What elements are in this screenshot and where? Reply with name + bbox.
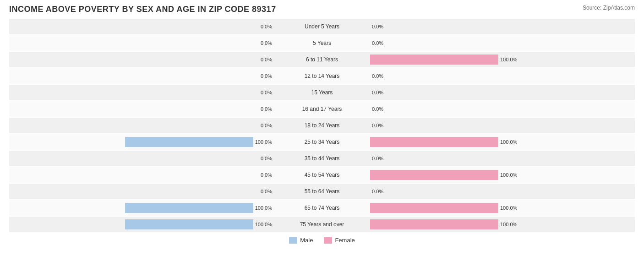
left-bar-wrapper: 0.0% [9, 184, 322, 199]
left-value: 0.0% [261, 156, 272, 161]
chart-row: 0.0% 35 to 44 Years 0.0% [9, 151, 635, 166]
chart-row: 100.0% 75 Years and over 100.0% [9, 217, 635, 232]
right-bar [370, 137, 498, 147]
right-value: 0.0% [372, 189, 383, 194]
left-bar-wrapper: 0.0% [9, 151, 322, 166]
left-section: 0.0% [9, 19, 322, 34]
right-bar-wrapper: 0.0% [322, 19, 635, 34]
left-section: 0.0% [9, 184, 322, 199]
left-section: 0.0% [9, 85, 322, 100]
right-section: 0.0% [322, 118, 635, 133]
legend-male-box [289, 237, 297, 244]
right-bar-wrapper: 0.0% [322, 35, 635, 51]
left-bar-wrapper: 0.0% [9, 167, 322, 183]
right-bar [370, 219, 498, 229]
right-value: 0.0% [372, 156, 383, 161]
left-bar-wrapper: 100.0% [9, 134, 322, 150]
left-bar-wrapper: 100.0% [9, 200, 322, 216]
legend-male: Male [289, 237, 313, 244]
right-value: 0.0% [372, 73, 383, 79]
left-bar [125, 137, 253, 147]
legend-female-label: Female [335, 237, 355, 244]
left-bar [125, 203, 253, 213]
left-value: 0.0% [261, 189, 272, 194]
left-section: 0.0% [9, 101, 322, 117]
right-section: 0.0% [322, 35, 635, 51]
right-value: 100.0% [500, 222, 517, 227]
left-section: 0.0% [9, 118, 322, 133]
left-value: 0.0% [261, 172, 272, 178]
left-bar [125, 219, 253, 229]
right-bar-wrapper: 100.0% [322, 200, 635, 216]
left-value-outer: 100.0% [255, 139, 272, 145]
chart-container: INCOME ABOVE POVERTY BY SEX AND AGE IN Z… [9, 5, 635, 244]
left-value: 0.0% [261, 106, 272, 112]
right-section: 0.0% [322, 184, 635, 199]
chart-row: 0.0% Under 5 Years 0.0% [9, 19, 635, 34]
right-value: 0.0% [372, 24, 383, 29]
right-bar-wrapper: 0.0% [322, 118, 635, 133]
left-bar-wrapper: 0.0% [9, 118, 322, 133]
left-section: 100.0% [9, 200, 322, 216]
left-section: 0.0% [9, 35, 322, 51]
chart-row: 0.0% 55 to 64 Years 0.0% [9, 184, 635, 199]
right-section: 100.0% [322, 52, 635, 67]
right-bar-wrapper: 0.0% [322, 151, 635, 166]
left-bar-wrapper: 0.0% [9, 68, 322, 84]
chart-title: INCOME ABOVE POVERTY BY SEX AND AGE IN Z… [9, 5, 276, 14]
right-value: 100.0% [500, 57, 517, 62]
right-bar-wrapper: 100.0% [322, 217, 635, 232]
legend-female: Female [324, 237, 355, 244]
chart-row: 100.0% 25 to 34 Years 100.0% [9, 134, 635, 150]
left-section: 0.0% [9, 151, 322, 166]
chart-area: 0.0% Under 5 Years 0.0% 0.0% 5 Years [9, 19, 635, 232]
chart-row: 0.0% 18 to 24 Years 0.0% [9, 118, 635, 133]
left-section: 100.0% [9, 134, 322, 150]
right-bar [370, 54, 498, 65]
left-bar-wrapper: 0.0% [9, 85, 322, 100]
chart-row: 0.0% 45 to 54 Years 100.0% [9, 167, 635, 183]
left-value: 0.0% [261, 24, 272, 29]
right-bar-wrapper: 100.0% [322, 167, 635, 183]
right-section: 0.0% [322, 68, 635, 84]
left-section: 100.0% [9, 217, 322, 232]
chart-row: 0.0% 5 Years 0.0% [9, 35, 635, 51]
left-bar-wrapper: 100.0% [9, 217, 322, 232]
right-bar-wrapper: 0.0% [322, 68, 635, 84]
left-section: 0.0% [9, 52, 322, 67]
right-bar [370, 170, 498, 180]
right-bar-wrapper: 0.0% [322, 101, 635, 117]
left-bar-wrapper: 0.0% [9, 101, 322, 117]
right-section: 100.0% [322, 134, 635, 150]
legend-male-label: Male [300, 237, 313, 244]
right-section: 100.0% [322, 200, 635, 216]
left-value-outer: 100.0% [255, 222, 272, 227]
right-section: 0.0% [322, 151, 635, 166]
left-value: 0.0% [261, 123, 272, 128]
left-bar-wrapper: 0.0% [9, 52, 322, 67]
left-bar-wrapper: 0.0% [9, 35, 322, 51]
left-value: 0.0% [261, 73, 272, 79]
left-value: 0.0% [261, 57, 272, 62]
right-value: 0.0% [372, 106, 383, 112]
right-value: 100.0% [500, 139, 517, 145]
right-bar-wrapper: 100.0% [322, 52, 635, 67]
right-bar-wrapper: 100.0% [322, 134, 635, 150]
right-bar [370, 203, 498, 213]
right-section: 0.0% [322, 101, 635, 117]
right-bar-wrapper: 0.0% [322, 184, 635, 199]
left-value: 0.0% [261, 40, 272, 46]
source-label: Source: ZipAtlas.com [583, 5, 635, 11]
left-section: 0.0% [9, 68, 322, 84]
left-value-outer: 100.0% [255, 205, 272, 211]
left-bar-wrapper: 0.0% [9, 19, 322, 34]
right-value: 100.0% [500, 205, 517, 211]
right-section: 100.0% [322, 167, 635, 183]
chart-row: 0.0% 15 Years 0.0% [9, 85, 635, 100]
legend: Male Female [9, 237, 635, 244]
chart-row: 0.0% 6 to 11 Years 100.0% [9, 52, 635, 67]
right-bar-wrapper: 0.0% [322, 85, 635, 100]
left-section: 0.0% [9, 167, 322, 183]
left-value: 0.0% [261, 90, 272, 95]
chart-row: 0.0% 16 and 17 Years 0.0% [9, 101, 635, 117]
